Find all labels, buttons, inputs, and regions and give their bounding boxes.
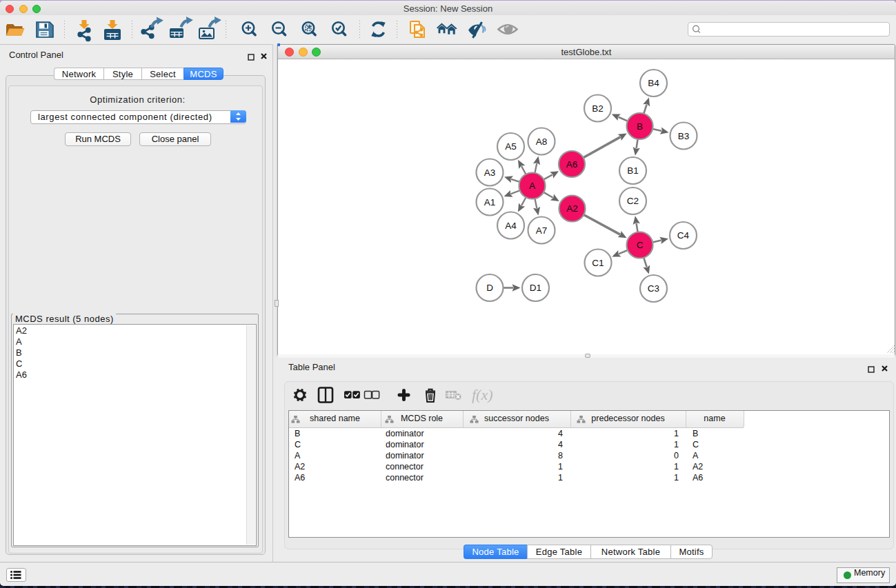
svg-text:B2: B2 <box>592 103 604 114</box>
svg-text:D1: D1 <box>530 283 541 293</box>
svg-text:f(x): f(x) <box>472 386 493 403</box>
svg-text:C2: C2 <box>627 196 639 206</box>
svg-text:D: D <box>486 283 493 293</box>
svg-text:A7: A7 <box>536 225 548 236</box>
svg-text:C4: C4 <box>677 230 690 241</box>
svg-text:A: A <box>529 181 535 191</box>
svg-text:A3: A3 <box>484 168 496 178</box>
svg-text:A8: A8 <box>536 136 548 147</box>
svg-text:B: B <box>637 121 643 132</box>
svg-text:A5: A5 <box>505 141 517 152</box>
svg-text:C: C <box>637 240 644 250</box>
svg-text:A4: A4 <box>505 221 517 231</box>
svg-text:C3: C3 <box>648 283 659 294</box>
svg-text:A1: A1 <box>484 197 496 207</box>
svg-text:A2: A2 <box>566 203 578 214</box>
svg-text:B4: B4 <box>648 78 659 88</box>
svg-text:B3: B3 <box>678 131 690 141</box>
svg-text:B1: B1 <box>627 165 639 176</box>
svg-text:C1: C1 <box>592 258 604 268</box>
svg-text:A6: A6 <box>566 159 578 170</box>
